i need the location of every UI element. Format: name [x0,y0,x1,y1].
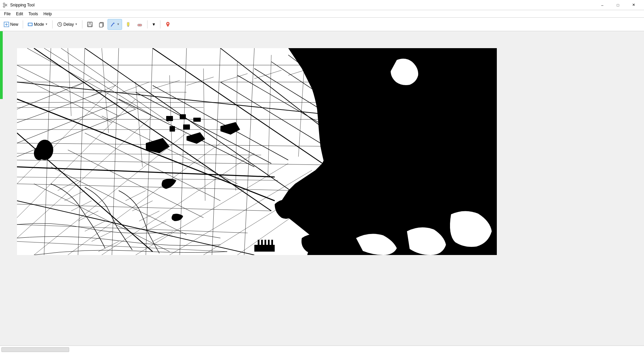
pin-icon [165,21,171,27]
svg-rect-97 [170,126,175,132]
highlighter-icon [125,21,131,27]
svg-rect-94 [166,116,173,121]
svg-rect-125 [271,240,273,247]
svg-rect-20 [127,22,129,26]
svg-rect-14 [88,25,92,26]
svg-rect-122 [261,240,263,247]
title-bar-left: Snipping Tool [3,2,35,8]
separator-4 [147,20,148,28]
svg-rect-121 [258,240,259,247]
mode-icon [27,22,33,27]
svg-rect-123 [265,240,266,247]
save-button[interactable] [84,19,95,30]
minimize-button[interactable]: – [594,0,610,10]
svg-point-1 [3,5,5,7]
save-icon [87,21,93,27]
separator-1 [23,20,23,28]
menu-file[interactable]: File [1,11,13,17]
svg-point-0 [3,3,5,4]
svg-rect-98 [183,124,190,130]
svg-rect-13 [89,22,91,24]
pin-button[interactable] [162,19,173,30]
menu-bar: File Edit Tools Help [0,10,644,18]
close-button[interactable]: ✕ [626,0,641,10]
menu-help[interactable]: Help [41,11,55,17]
svg-rect-16 [99,23,103,27]
svg-rect-96 [193,118,201,122]
maximize-button[interactable]: □ [610,0,626,10]
map-image [17,48,497,255]
delay-icon [57,22,62,27]
separator-3 [82,20,82,28]
mode-button-label: Mode [34,22,44,27]
title-bar: Snipping Tool – □ ✕ [0,0,644,10]
more-options-arrow: ▼ [152,22,156,27]
status-bar [0,346,644,353]
svg-rect-21 [128,26,129,27]
svg-rect-8 [28,23,32,25]
svg-point-24 [167,23,169,24]
toolbar: New Mode ▼ Delay ▼ [0,18,644,31]
svg-point-27 [34,146,44,160]
delay-dropdown-arrow: ▼ [75,23,78,26]
eraser-button[interactable] [134,19,145,30]
delay-button-label: Delay [63,22,74,27]
svg-rect-124 [268,240,270,247]
mode-dropdown-arrow: ▼ [45,23,48,26]
app-icon [3,2,8,8]
separator-2 [52,20,53,28]
scroll-indicator[interactable] [1,347,69,352]
new-button[interactable]: New [1,19,21,30]
svg-line-11 [60,24,61,25]
svg-rect-95 [180,114,186,119]
copy-icon [98,21,104,27]
new-button-label: New [10,22,18,27]
green-strip [0,31,3,99]
copy-button[interactable] [96,19,107,30]
svg-line-17 [111,23,114,26]
menu-edit[interactable]: Edit [13,11,26,17]
mode-button[interactable]: Mode ▼ [25,19,50,30]
pen-button[interactable]: ▼ [108,19,122,30]
menu-tools[interactable]: Tools [26,11,41,17]
map-container [17,48,497,255]
content-area [0,31,644,346]
pen-icon [110,21,116,27]
delay-button[interactable]: Delay ▼ [55,19,80,30]
pen-dropdown-arrow: ▼ [117,23,120,26]
eraser-icon [137,21,143,27]
highlighter-button[interactable] [123,19,134,30]
new-snip-icon [4,22,9,27]
title-bar-controls: – □ ✕ [594,0,641,10]
separator-5 [160,20,160,28]
window-title: Snipping Tool [10,3,35,7]
more-options-button[interactable]: ▼ [150,19,158,30]
